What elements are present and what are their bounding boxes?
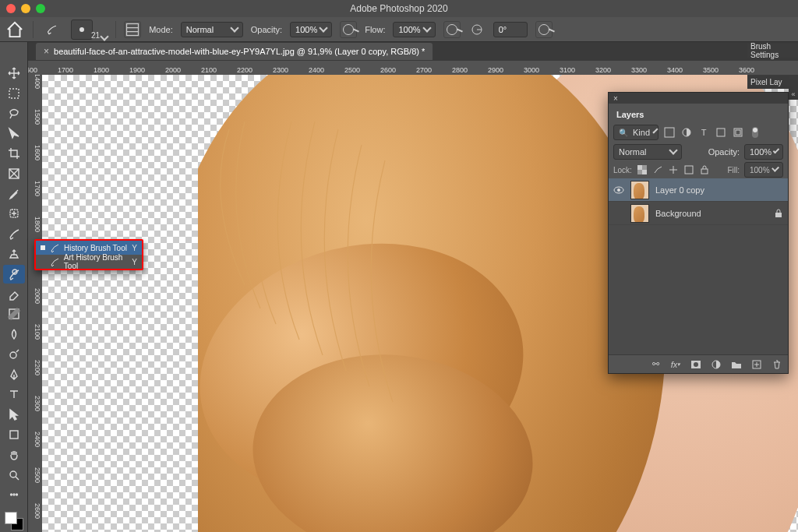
filter-kind-dropdown[interactable]: 🔍Kind [613,125,659,140]
layer-row[interactable]: Background [609,202,788,225]
blend-mode-dropdown[interactable]: Normal [181,22,243,37]
close-panel-icon[interactable]: × [613,94,618,103]
filter-pixel-icon[interactable] [663,126,676,139]
lasso-tool[interactable] [3,104,25,123]
chevron-down-icon [230,23,238,32]
lock-artboard-icon[interactable] [683,164,694,175]
layers-tab[interactable]: Layers [609,107,651,122]
document-tab[interactable]: × beautiful-face-of-an-attractive-model-… [36,43,433,60]
pressure-size-button[interactable] [535,21,553,38]
ruler-mark: 3100 [560,66,575,74]
angle-icon[interactable] [468,21,486,38]
brush-tool[interactable] [3,224,25,243]
chevron-down-icon [773,147,779,153]
hand-tool[interactable] [3,446,25,464]
history-brush-tool[interactable] [3,265,25,284]
eraser-tool[interactable] [3,285,25,304]
layer-fill-input[interactable]: 100% [744,162,783,178]
panel-header[interactable]: × [609,93,788,104]
svg-rect-0 [127,23,139,35]
layer-row[interactable]: Layer 0 copy [609,178,788,202]
filter-adjust-icon[interactable] [680,126,693,139]
airbrush-button[interactable] [443,21,461,38]
visibility-icon[interactable] [613,208,624,219]
brush-settings-tab[interactable]: Brush Settings [747,44,798,58]
layer-thumbnail[interactable] [630,181,649,199]
layer-blend-dropdown[interactable]: Normal [613,144,682,160]
home-button[interactable] [5,20,25,39]
clone-stamp-tool[interactable] [3,245,25,263]
filter-shape-icon[interactable] [715,126,727,139]
ruler-mark: 3300 [631,66,647,74]
edit-toolbar-button[interactable] [3,485,25,504]
lock-transparency-icon[interactable] [637,164,648,175]
quick-select-tool[interactable] [3,124,25,143]
path-select-tool[interactable] [3,405,25,424]
document-tab-label: beautiful-face-of-an-attractive-model-wi… [54,47,425,56]
close-window-icon[interactable] [6,4,16,13]
trash-icon[interactable] [771,358,783,371]
svg-point-26 [694,362,698,367]
frame-tool[interactable] [3,164,25,183]
brush-preset-picker[interactable] [71,19,93,40]
separator [115,21,116,38]
brush-panel-button[interactable] [124,21,141,38]
filter-smart-icon[interactable] [732,126,744,139]
pen-tool[interactable] [3,365,25,384]
layers-panel: × Layers 🔍Kind T Normal Opacity: 100% Lo… [608,92,789,374]
adjustment-icon[interactable] [710,358,722,371]
svg-point-10 [12,494,14,495]
minimize-window-icon[interactable] [21,4,30,13]
ruler-mark: 2300 [34,396,41,411]
new-layer-icon[interactable] [750,358,763,371]
angle-input[interactable]: 0° [493,22,528,37]
current-tool-icon[interactable] [41,20,63,39]
ruler-mark: 1600 [34,145,41,160]
lock-position-icon[interactable] [668,164,679,175]
ruler-mark: 1600 [28,66,37,74]
svg-point-9 [10,494,12,495]
mask-icon[interactable] [690,358,702,371]
maximize-window-icon[interactable] [36,4,45,13]
flyout-item-label: History Brush Tool [64,244,127,252]
brush-icon [50,243,59,252]
lock-image-icon[interactable] [652,164,663,175]
group-icon[interactable] [730,358,743,371]
opacity-input[interactable]: 100% [290,22,332,37]
crop-tool[interactable] [3,144,25,163]
blur-tool[interactable] [3,325,25,344]
chevron-down-icon [652,128,658,133]
pixel-layer-stub[interactable]: Pixel Lay [747,75,798,89]
link-layers-icon[interactable]: ⚯ [649,358,662,371]
layer-thumbnail[interactable] [630,204,649,223]
move-tool[interactable] [3,64,25,83]
filter-type-icon[interactable]: T [697,126,710,139]
fx-icon[interactable]: fx▾ [669,358,682,371]
ruler-mark: 2100 [34,324,41,340]
chevron-down-icon[interactable] [100,32,108,41]
flyout-item[interactable]: Art History Brush ToolY [36,255,142,269]
foreground-color-swatch[interactable] [5,512,17,524]
zoom-tool[interactable] [3,466,25,484]
vertical-ruler: 1400150016001700180019002000210022002300… [28,75,42,532]
color-swatches[interactable] [3,510,25,532]
shape-tool[interactable] [3,425,25,444]
visibility-icon[interactable] [613,185,624,196]
lock-all-icon[interactable] [699,164,710,175]
dodge-tool[interactable] [3,345,25,364]
pen-pressure-icon [538,24,549,35]
pressure-opacity-button[interactable] [340,21,357,38]
layer-opacity-input[interactable]: 100% [744,144,783,160]
mode-label: Mode: [149,25,173,34]
filter-toggle[interactable] [749,126,761,139]
gradient-tool[interactable] [3,305,25,323]
flow-input[interactable]: 100% [393,22,435,37]
healing-brush-tool[interactable] [3,204,25,223]
collapse-panel-icon[interactable]: « [789,89,798,100]
type-tool[interactable] [3,386,25,404]
layers-footer: ⚯ fx▾ [609,354,788,373]
eyedropper-tool[interactable] [3,185,25,203]
close-tab-icon[interactable]: × [44,46,49,57]
marquee-tool[interactable] [3,84,25,103]
ruler-mark: 2400 [34,432,41,447]
